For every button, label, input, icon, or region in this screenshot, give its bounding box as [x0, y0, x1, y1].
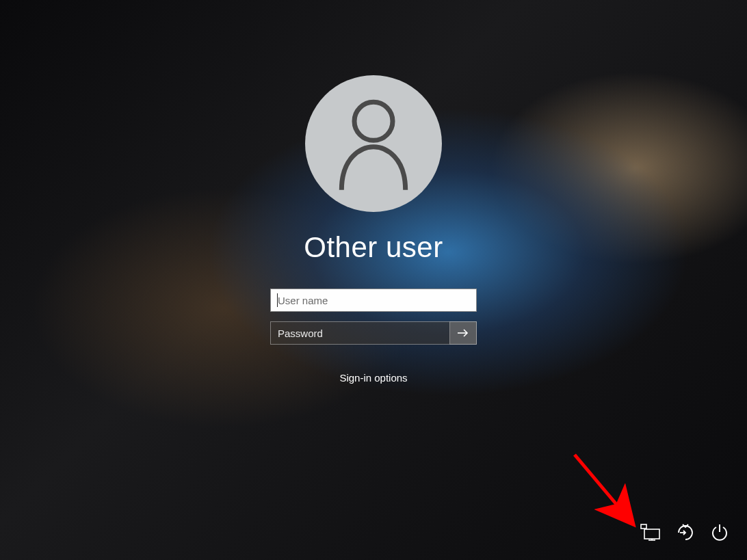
svg-point-0 — [354, 102, 393, 140]
login-fields: Sign-in options — [270, 289, 477, 384]
svg-rect-2 — [641, 524, 646, 529]
system-buttons — [640, 523, 729, 542]
username-input[interactable] — [270, 289, 477, 312]
arrow-right-icon — [456, 326, 470, 340]
ease-of-access-button[interactable] — [676, 523, 695, 542]
sign-in-options-link[interactable]: Sign-in options — [339, 372, 407, 384]
power-button[interactable] — [710, 523, 729, 542]
login-panel: Other user Sign-in options — [270, 75, 477, 384]
svg-rect-3 — [644, 529, 659, 539]
user-silhouette-icon — [332, 96, 415, 191]
power-icon — [710, 523, 729, 542]
password-row — [270, 321, 477, 345]
network-button[interactable] — [640, 524, 661, 542]
password-input[interactable] — [270, 321, 477, 345]
ease-of-access-icon — [676, 523, 695, 542]
submit-button[interactable] — [449, 321, 477, 345]
login-title: Other user — [304, 231, 443, 264]
text-caret — [277, 293, 278, 307]
user-avatar — [305, 75, 442, 212]
svg-line-9 — [575, 455, 629, 520]
network-icon — [640, 524, 661, 542]
username-row — [270, 289, 477, 312]
